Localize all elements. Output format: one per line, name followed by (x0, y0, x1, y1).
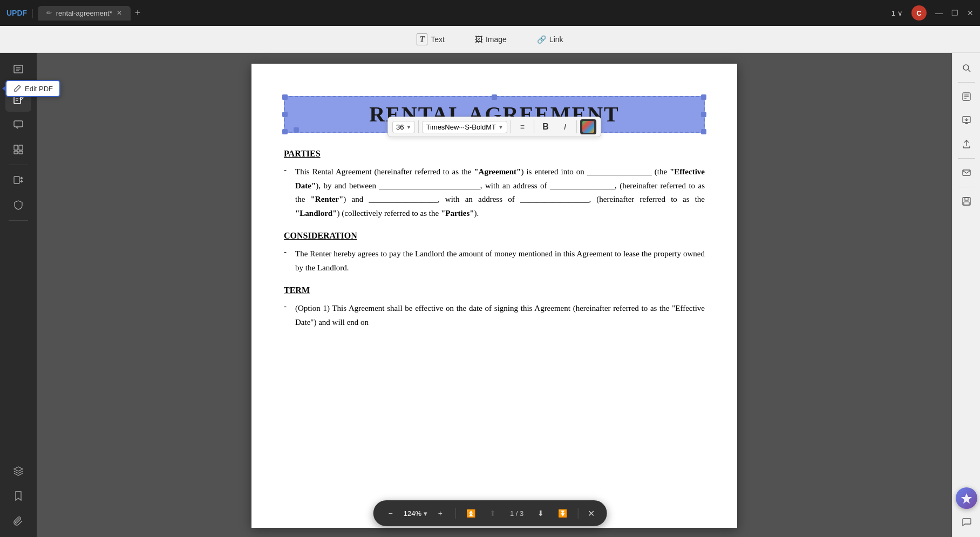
parties-heading: PARTIES (284, 149, 705, 159)
next-page-button[interactable]: ⬇ (532, 505, 549, 522)
link-tool-button[interactable]: 🔗 Link (530, 33, 570, 46)
handle-br[interactable] (701, 129, 706, 134)
svg-rect-12 (14, 176, 19, 183)
para-dash-1: - (284, 165, 287, 220)
right-sidebar-email[interactable] (956, 162, 977, 183)
titlebar: UPDF | ✏ rental-agreement* ✕ + 1 ∨ C — ❐… (0, 0, 980, 26)
text-tool-button[interactable]: T Text (410, 31, 451, 47)
zoom-out-button[interactable]: − (382, 505, 399, 522)
first-page-button[interactable]: ⏫ (462, 505, 480, 522)
consideration-heading: CONSIDERATION (284, 231, 705, 241)
image-tool-label: Image (486, 35, 507, 44)
text-format-toolbar: 36 ▼ TimesNew···S-BoldMT ▼ ≡ B I (387, 117, 601, 137)
app-logo: UPDF (6, 9, 27, 17)
right-sidebar-chat[interactable] (956, 511, 977, 533)
italic-button[interactable]: I (557, 119, 573, 134)
term-content: (Option 1) This Agreement shall be effec… (295, 302, 705, 329)
main-content: 36 ▼ TimesNew···S-BoldMT ▼ ≡ B I (37, 53, 952, 537)
handle-tm[interactable] (492, 94, 497, 100)
image-tool-button[interactable]: 🖼 Image (468, 33, 513, 46)
new-tab-button[interactable]: + (135, 8, 140, 19)
svg-point-13 (963, 65, 969, 70)
last-page-button[interactable]: ⏬ (554, 505, 571, 522)
right-sidebar-sep-2 (958, 158, 975, 159)
handle-ml[interactable] (282, 112, 288, 117)
page-display: 1 / 3 (506, 509, 528, 518)
total-pages: 3 (520, 509, 523, 518)
maximize-button[interactable]: ❐ (951, 9, 958, 17)
sidebar-separator-3 (9, 220, 28, 221)
close-nav-button[interactable]: ✕ (584, 506, 598, 521)
handle-bl[interactable] (282, 129, 288, 134)
svg-rect-8 (14, 145, 18, 150)
handle-tl[interactable] (282, 94, 288, 100)
sidebar-item-comment[interactable] (5, 113, 31, 137)
current-page: 1 (510, 509, 514, 518)
sidebar-item-protect[interactable] (5, 193, 31, 217)
top-toolbar: T Text 🖼 Image 🔗 Link (0, 26, 980, 53)
link-tool-label: Link (549, 35, 563, 44)
text-align-button[interactable]: ≡ (514, 119, 530, 134)
zoom-in-button[interactable]: + (432, 505, 449, 522)
text-tool-icon: T (417, 33, 427, 45)
tab-close-button[interactable]: ✕ (117, 9, 122, 17)
active-tab[interactable]: ✏ rental-agreement* ✕ (38, 6, 131, 21)
font-size-select[interactable]: 36 ▼ (392, 121, 415, 133)
sidebar-item-convert[interactable] (5, 168, 31, 192)
prev-page-button[interactable]: ⬆ (484, 505, 501, 522)
font-name-select[interactable]: TimesNew···S-BoldMT ▼ (422, 121, 507, 133)
right-sidebar-ai[interactable] (956, 487, 977, 509)
link-tool-icon: 🔗 (537, 35, 546, 44)
svg-rect-10 (14, 151, 18, 154)
font-name-dropdown-icon: ▼ (498, 124, 503, 130)
bold-button[interactable]: B (537, 119, 554, 134)
right-sidebar-share[interactable] (956, 133, 977, 155)
svg-marker-24 (961, 493, 972, 504)
handle-tr[interactable] (701, 94, 706, 100)
svg-rect-9 (19, 145, 23, 150)
term-paragraph: - (Option 1) This Agreement shall be eff… (284, 302, 705, 329)
edit-pdf-tooltip-label: Edit PDF (25, 85, 53, 93)
fmt-divider-3 (534, 120, 534, 133)
font-name-value: TimesNew···S-BoldMT (426, 123, 496, 131)
zoom-value: 124% (404, 509, 421, 518)
bottom-nav-bar: − 124% ▾ + ⏫ ⬆ 1 / 3 ⬇ ⏬ ✕ (373, 500, 607, 526)
sidebar-item-bookmark[interactable] (5, 484, 31, 508)
left-sidebar (0, 53, 37, 537)
right-sidebar-sep-1 (958, 82, 975, 83)
consideration-content: The Renter hereby agrees to pay the Land… (295, 247, 705, 275)
nav-divider-2 (577, 508, 578, 519)
minimize-button[interactable]: — (935, 9, 943, 17)
handle-mr[interactable] (701, 112, 706, 117)
right-sidebar-search[interactable] (956, 57, 977, 79)
svg-rect-22 (965, 198, 968, 200)
term-heading: TERM (284, 286, 705, 295)
edit-pdf-tooltip: Edit PDF (5, 80, 60, 97)
zoom-dropdown-icon[interactable]: ▾ (424, 509, 427, 518)
svg-line-14 (968, 70, 970, 72)
tab-area: ✏ rental-agreement* ✕ + (38, 6, 891, 21)
fmt-divider-4 (576, 120, 577, 133)
parties-content: This Rental Agreement (hereinafter refer… (295, 165, 705, 220)
para-dash-2: - (284, 247, 287, 275)
svg-rect-23 (964, 202, 969, 205)
sidebar-item-reader[interactable] (5, 57, 31, 81)
close-window-button[interactable]: ✕ (967, 9, 974, 17)
right-sidebar-import[interactable] (956, 110, 977, 131)
sidebar-item-layers[interactable] (5, 459, 31, 483)
sidebar-separator-2 (9, 165, 28, 165)
ai-button[interactable] (956, 487, 977, 509)
para-dash-3: - (284, 302, 287, 329)
user-avatar[interactable]: C (911, 5, 927, 21)
svg-rect-11 (19, 151, 23, 154)
window-controls: — ❐ ✕ (935, 9, 974, 17)
nav-divider-1 (455, 508, 456, 519)
page-dropdown-button[interactable]: ∨ (897, 9, 903, 17)
tab-edit-icon: ✏ (46, 9, 52, 17)
sidebar-item-attachment[interactable] (5, 509, 31, 533)
sidebar-item-organize[interactable] (5, 138, 31, 161)
text-color-button[interactable] (580, 119, 596, 134)
right-sidebar-save[interactable] (956, 191, 977, 212)
right-sidebar-sep-3 (958, 187, 975, 187)
right-sidebar-ocr[interactable] (956, 86, 977, 107)
